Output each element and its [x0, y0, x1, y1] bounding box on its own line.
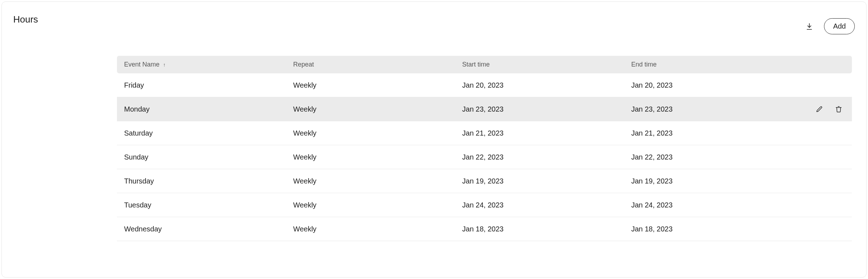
column-label: Event Name	[124, 61, 160, 68]
column-header-actions	[793, 56, 852, 73]
cell-repeat: Weekly	[286, 73, 455, 97]
table-row[interactable]: ThursdayWeeklyJan 19, 2023Jan 19, 2023	[117, 169, 852, 193]
cell-repeat: Weekly	[286, 97, 455, 121]
cell-end-time: Jan 19, 2023	[624, 169, 793, 193]
trash-icon	[835, 105, 843, 113]
cell-repeat: Weekly	[286, 145, 455, 169]
sort-ascending-icon: ↑	[163, 62, 166, 68]
table-row[interactable]: MondayWeeklyJan 23, 2023Jan 23, 2023	[117, 97, 852, 121]
column-label: Repeat	[293, 61, 314, 68]
cell-repeat: Weekly	[286, 217, 455, 241]
column-label: End time	[631, 61, 657, 68]
table-header-row: Event Name ↑ Repeat Start time End time	[117, 56, 852, 73]
cell-start-time: Jan 22, 2023	[455, 145, 624, 169]
column-header-end-time[interactable]: End time	[624, 56, 793, 73]
page-title: Hours	[13, 12, 38, 25]
cell-start-time: Jan 19, 2023	[455, 169, 624, 193]
cell-repeat: Weekly	[286, 169, 455, 193]
cell-event-name: Friday	[117, 73, 286, 97]
hours-card: Hours Add Event Name	[1, 1, 867, 278]
cell-event-name: Thursday	[117, 169, 286, 193]
table-row[interactable]: WednesdayWeeklyJan 18, 2023Jan 18, 2023	[117, 217, 852, 241]
column-label: Start time	[462, 61, 490, 68]
cell-event-name: Tuesday	[117, 193, 286, 217]
cell-start-time: Jan 18, 2023	[455, 217, 624, 241]
cell-end-time: Jan 18, 2023	[624, 217, 793, 241]
edit-button[interactable]	[813, 103, 825, 115]
cell-start-time: Jan 24, 2023	[455, 193, 624, 217]
cell-end-time: Jan 22, 2023	[624, 145, 793, 169]
cell-start-time: Jan 20, 2023	[455, 73, 624, 97]
download-icon	[805, 23, 813, 30]
cell-actions	[793, 217, 852, 241]
hours-table: Event Name ↑ Repeat Start time End time	[117, 56, 852, 241]
cell-end-time: Jan 24, 2023	[624, 193, 793, 217]
cell-event-name: Sunday	[117, 145, 286, 169]
card-header: Hours Add	[13, 12, 855, 34]
table-row[interactable]: TuesdayWeeklyJan 24, 2023Jan 24, 2023	[117, 193, 852, 217]
table-body: FridayWeeklyJan 20, 2023Jan 20, 2023Mond…	[117, 73, 852, 241]
column-header-start-time[interactable]: Start time	[455, 56, 624, 73]
column-header-event-name[interactable]: Event Name ↑	[117, 56, 286, 73]
cell-actions	[793, 145, 852, 169]
cell-actions	[793, 193, 852, 217]
pencil-icon	[815, 105, 823, 113]
column-header-repeat[interactable]: Repeat	[286, 56, 455, 73]
add-button[interactable]: Add	[824, 18, 855, 34]
delete-button[interactable]	[833, 103, 845, 115]
cell-repeat: Weekly	[286, 193, 455, 217]
cell-repeat: Weekly	[286, 121, 455, 145]
cell-event-name: Monday	[117, 97, 286, 121]
cell-event-name: Wednesday	[117, 217, 286, 241]
cell-actions	[793, 121, 852, 145]
cell-end-time: Jan 20, 2023	[624, 73, 793, 97]
cell-end-time: Jan 23, 2023	[624, 97, 793, 121]
hours-table-wrap: Event Name ↑ Repeat Start time End time	[117, 56, 852, 241]
cell-actions	[793, 97, 852, 121]
table-row[interactable]: SaturdayWeeklyJan 21, 2023Jan 21, 2023	[117, 121, 852, 145]
cell-actions	[793, 169, 852, 193]
header-actions: Add	[803, 12, 855, 34]
download-button[interactable]	[803, 20, 815, 33]
cell-event-name: Saturday	[117, 121, 286, 145]
cell-start-time: Jan 21, 2023	[455, 121, 624, 145]
cell-actions	[793, 73, 852, 97]
cell-start-time: Jan 23, 2023	[455, 97, 624, 121]
cell-end-time: Jan 21, 2023	[624, 121, 793, 145]
row-actions	[800, 103, 845, 115]
table-row[interactable]: FridayWeeklyJan 20, 2023Jan 20, 2023	[117, 73, 852, 97]
table-row[interactable]: SundayWeeklyJan 22, 2023Jan 22, 2023	[117, 145, 852, 169]
